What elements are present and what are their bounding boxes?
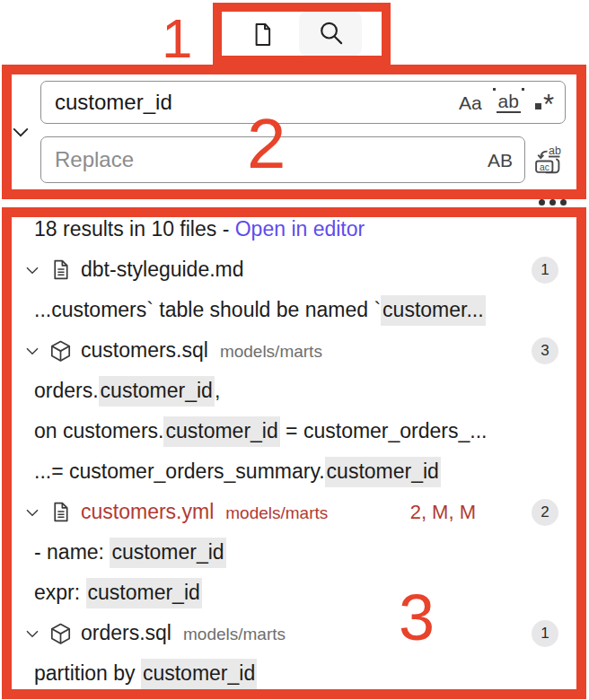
file-icon [49,258,72,281]
match-context-text: , [215,379,220,403]
search-results-panel: 18 results in 10 files - Open in editor … [12,209,577,691]
replace-placeholder: Replace [55,147,488,172]
row-right-section: 3 [532,337,577,364]
match-result-row[interactable]: ...customers` table should be named `cus… [12,290,577,330]
regex-icon[interactable]: * [535,92,554,112]
open-in-editor-link[interactable]: Open in editor [235,217,365,241]
match-highlight-text: customer_id [141,659,257,689]
chevron-down-icon[interactable] [23,342,41,360]
match-context-text: - name: [34,540,110,564]
annotation-label-1: 1 [162,11,192,66]
search-tab-button[interactable] [299,11,362,57]
document-icon [250,22,276,50]
match-result-row[interactable]: ...= customer_orders_summary.customer_id [12,451,577,492]
match-result-row[interactable]: expr: customer_id [12,573,577,613]
match-result-row[interactable]: on customers.customer_id = customer_orde… [12,411,577,451]
chevron-down-icon[interactable] [23,625,41,643]
git-decoration-text: 2, M, M [410,501,476,524]
match-context-text: expr: [34,581,86,605]
file-name: customers.sql [81,338,208,363]
match-count-badge: 3 [532,337,558,364]
svg-text:ab: ab [549,144,561,157]
search-icon [317,19,345,49]
replace-all-icon: ab ac [532,166,566,179]
file-path: models/marts [220,339,322,362]
chevron-down-icon[interactable] [23,503,41,521]
preserve-case-icon[interactable]: AB [488,151,513,170]
toggle-search-details-icon[interactable] [539,199,567,206]
match-highlight-text: customer... [381,295,485,326]
match-count-badge: 2 [532,499,558,526]
file-path: models/marts [225,501,328,523]
summary-separator: - [216,217,234,241]
match-count-badge: 1 [532,620,558,647]
model-cube-icon [49,622,72,644]
whole-word-icon[interactable]: ab [497,92,521,113]
chevron-down-icon[interactable] [23,261,41,279]
match-context-text: ...= customer_orders_summary. [34,459,325,484]
match-highlight-text: customer_id [110,538,225,568]
file-name: customers.yml [81,500,214,524]
match-highlight-text: customer_id [99,376,215,407]
svg-text:ac: ac [540,162,549,172]
file-name: orders.sql [81,621,171,645]
file-icon [49,501,72,523]
toggle-replace-button[interactable] [8,120,33,145]
match-count-badge: 1 [532,257,558,284]
replace-input[interactable]: Replace AB [40,136,525,183]
file-result-row[interactable]: orders.sqlmodels/marts1 [12,613,577,653]
replace-all-button[interactable]: ab ac [532,143,566,177]
match-result-row[interactable]: - name: customer_id [12,532,577,573]
search-input[interactable]: customer_id Aa ab * [40,81,566,124]
match-highlight-text: customer_id [325,457,441,487]
row-right-section: 1 [532,620,577,647]
row-right-section: 2, M, M2 [410,499,577,526]
model-cube-icon [49,339,72,362]
match-result-row[interactable]: partition by customer_id [12,653,577,691]
file-path: models/marts [183,622,286,644]
results-summary-text: 18 results in 10 files [34,217,216,241]
file-result-row[interactable]: customers.ymlmodels/marts2, M, M2 [12,492,577,532]
match-case-icon[interactable]: Aa [459,93,482,112]
row-right-section: 1 [532,257,577,284]
match-highlight-text: customer_id [163,416,279,447]
search-query-text: customer_id [55,90,459,115]
match-context-text: orders. [34,379,99,403]
file-name: dbt-styleguide.md [81,258,244,282]
match-context-text: = customer_orders_... [280,419,488,443]
match-highlight-text: customer_id [86,578,202,608]
file-result-row[interactable]: customers.sqlmodels/marts3 [12,330,577,371]
result-rows: dbt-styleguide.md1...customers` table sh… [12,249,577,691]
chevron-down-icon [9,120,32,146]
search-options: Aa ab * [459,92,554,113]
files-tab-button[interactable] [241,14,284,57]
match-context-text: on customers. [34,419,163,443]
file-result-row[interactable]: dbt-styleguide.md1 [12,249,577,290]
match-context-text: partition by [34,661,141,686]
match-result-row[interactable]: orders.customer_id, [12,371,577,411]
match-context-text: ...customers` table should be named ` [34,298,381,322]
results-summary-row: 18 results in 10 files - Open in editor [12,209,577,249]
